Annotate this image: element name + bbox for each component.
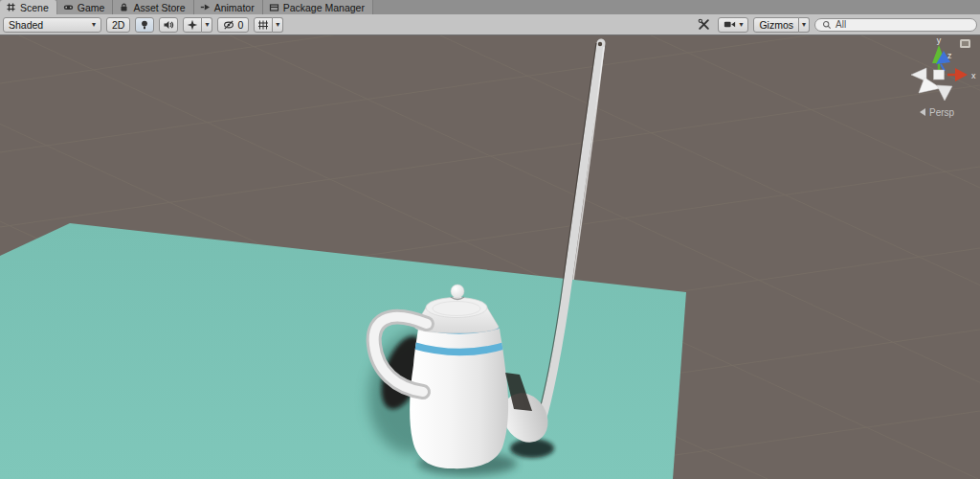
chevron-down-icon: ▾ (802, 21, 806, 29)
tab-scene[interactable]: Scene (0, 0, 57, 14)
tab-asset-store-label: Asset Store (133, 2, 185, 13)
tab-package-manager-label: Package Manager (283, 2, 365, 13)
toggle-2d-label: 2D (112, 19, 124, 31)
grid-axis-icon (257, 19, 269, 31)
scene-toolbar: Shaded ▾ 2D ▾ 0 (0, 14, 980, 35)
y-axis-label: y (937, 35, 942, 45)
search-icon (822, 20, 832, 30)
chevron-down-icon: ▾ (276, 21, 279, 29)
tools-icon (698, 18, 710, 31)
scene-lighting-button[interactable] (135, 17, 154, 33)
camera-icon (724, 19, 736, 30)
chevron-down-icon: ▾ (205, 21, 209, 29)
gizmos-label: Gizmos (759, 19, 793, 31)
gizmo-center-cube[interactable] (934, 70, 945, 80)
package-icon (269, 2, 279, 12)
search-input[interactable]: All (814, 18, 977, 32)
grid-settings-dropdown-button[interactable]: ▾ (273, 17, 283, 33)
gizmos-group: Gizmos ▾ (753, 17, 810, 33)
hidden-objects-count: 0 (237, 19, 243, 31)
hidden-objects-button[interactable]: 0 (217, 17, 249, 33)
chevron-down-icon: ▾ (92, 21, 96, 29)
scene-audio-button[interactable] (159, 17, 178, 33)
eye-slash-icon (223, 19, 234, 31)
toggle-2d-button[interactable]: 2D (106, 17, 130, 33)
grid-icon (6, 2, 16, 12)
z-axis-label: z (947, 51, 952, 60)
lock-icon (119, 2, 129, 12)
grid-visibility-group: ▾ (254, 17, 283, 33)
tab-animator-label: Animator (214, 2, 255, 13)
chevron-down-icon: ▾ (739, 21, 743, 29)
x-axis-label: x (971, 71, 976, 80)
effects-visibility-group: ▾ (183, 17, 212, 33)
tab-game[interactable]: Game (57, 0, 114, 14)
scene-tools-button[interactable] (695, 17, 713, 33)
speaker-icon (163, 19, 174, 31)
animator-icon (200, 2, 211, 12)
tab-scene-label: Scene (20, 2, 49, 13)
projection-label[interactable]: Persp (929, 107, 955, 118)
gizmos-dropdown-button[interactable]: ▾ (799, 17, 810, 33)
tab-asset-store[interactable]: Asset Store (113, 0, 193, 14)
gizmos-button[interactable]: Gizmos (753, 17, 799, 33)
scene-camera-settings-button[interactable]: ▾ (718, 17, 748, 33)
grid-visibility-button[interactable] (254, 17, 273, 33)
effects-toggle-button[interactable] (183, 17, 202, 33)
shading-mode-label: Shaded (9, 19, 43, 31)
lightbulb-icon (139, 19, 150, 31)
shading-mode-dropdown[interactable]: Shaded ▾ (3, 17, 101, 33)
scene-viewport[interactable]: y z x Persp (0, 35, 980, 479)
tab-game-label: Game (78, 2, 105, 13)
tab-animator[interactable]: Animator (194, 0, 263, 14)
toolbar-right-cluster: ▾ Gizmos ▾ All (695, 17, 977, 33)
search-value: All (835, 19, 846, 30)
scene-render: y z x Persp (0, 35, 980, 479)
editor-tab-bar: Scene Game Asset Store Animator Package … (0, 0, 980, 14)
tab-package-manager[interactable]: Package Manager (263, 0, 373, 14)
mini-overlay-icon[interactable] (960, 39, 970, 48)
gamepad-icon (63, 2, 74, 12)
tab-bar-filler (373, 0, 980, 14)
effects-dropdown-button[interactable]: ▾ (202, 17, 212, 33)
effects-sparkle-icon (187, 19, 198, 31)
